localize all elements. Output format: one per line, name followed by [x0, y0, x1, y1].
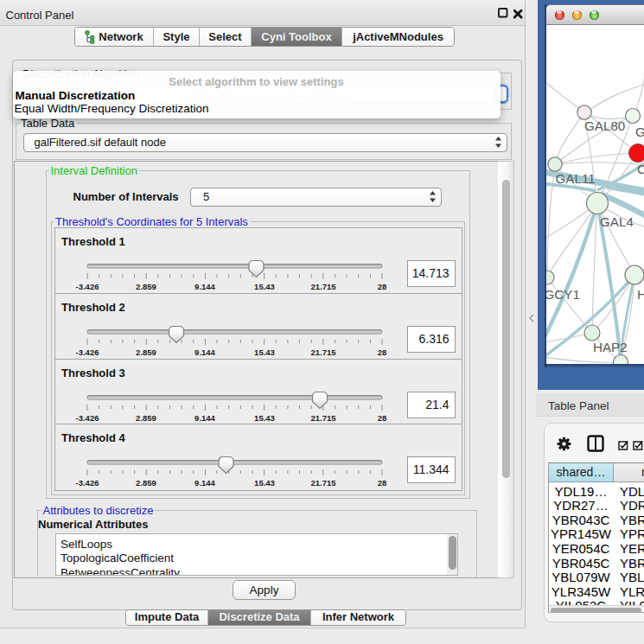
svg-text:HAP2: HAP2: [593, 340, 628, 354]
svg-text:GAL11: GAL11: [556, 171, 596, 186]
svg-text:GAL3: GAL3: [635, 124, 644, 139]
svg-text:CRP1: CRP1: [637, 162, 644, 176]
svg-text:GCY1: GCY1: [546, 287, 580, 302]
svg-text:GAL80: GAL80: [584, 118, 625, 133]
svg-text:GAL4: GAL4: [600, 214, 634, 229]
svg-text:HAP1: HAP1: [637, 287, 644, 302]
